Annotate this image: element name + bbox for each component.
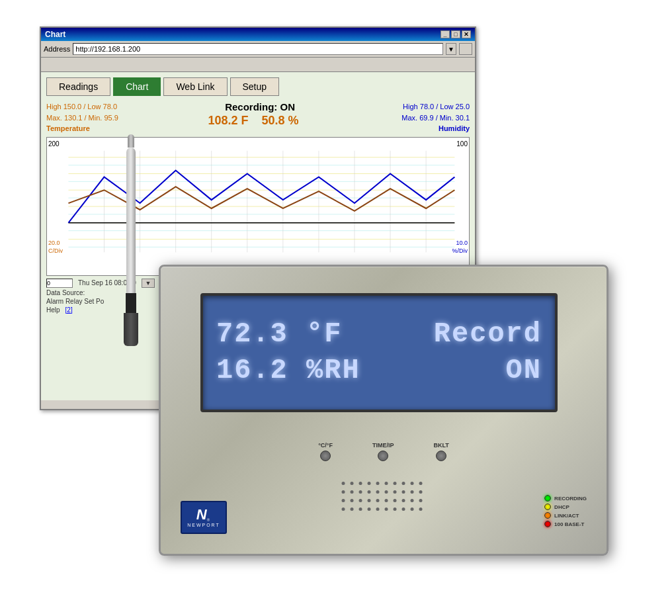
maximize-button[interactable]: □ xyxy=(451,30,460,38)
scroll-input[interactable] xyxy=(46,279,73,288)
browser-title: Chart xyxy=(45,30,65,39)
y-label-left: 200 xyxy=(48,140,60,148)
led-row-recording: RECORDING xyxy=(544,495,587,502)
div-label-left: 20.0 C/Div xyxy=(48,240,63,255)
temp-high-low: High 150.0 / Low 78.0 xyxy=(46,101,118,112)
button-cf-label: °C/°F xyxy=(318,442,333,449)
antenna xyxy=(121,134,141,333)
chart-container: 200 100 20.0 C/Div 10.0 %/Div xyxy=(46,137,470,276)
newport-logo: N ® NEWPORT xyxy=(181,501,227,534)
hardware-device: 72.3 °F Record 16.2 %RH ON °C/°F TIME/IP… xyxy=(159,265,609,556)
reading-values: 108.2 F 50.8 % xyxy=(208,114,312,128)
lcd-row-1: 72.3 °F Record xyxy=(216,316,542,353)
led-linkact xyxy=(544,512,551,519)
led-100base-label: 100 BASE-T xyxy=(554,521,584,527)
tab-setup[interactable]: Setup xyxy=(230,77,280,96)
lcd-row-2: 16.2 %RH ON xyxy=(216,353,542,389)
led-dhcp-label: DHCP xyxy=(554,504,569,510)
lcd-on: ON xyxy=(506,353,542,389)
tab-weblink[interactable]: Web Link xyxy=(163,77,227,96)
tab-readings[interactable]: Readings xyxy=(46,77,110,96)
tab-bar: Readings Chart Web Link Setup xyxy=(46,77,470,96)
humidity-reading: 50.8 % xyxy=(262,114,299,128)
humidity-high-low: High 78.0 / Low 25.0 xyxy=(401,101,470,112)
button-group-cf: °C/°F xyxy=(318,442,333,461)
recording-status: Recording: ON xyxy=(208,101,312,112)
led-row-100base: 100 BASE-T xyxy=(544,521,587,527)
led-row-linkact: LINK/ACT xyxy=(544,512,587,519)
address-go-button[interactable]: ▼ xyxy=(446,43,456,55)
chart-svg xyxy=(47,138,469,275)
led-dhcp xyxy=(544,504,551,510)
address-label: Address xyxy=(44,45,70,53)
antenna-tip xyxy=(128,134,134,148)
antenna-connector xyxy=(126,293,136,313)
led-100base xyxy=(544,521,551,527)
temp-info: High 150.0 / Low 78.0 Max. 130.1 / Min. … xyxy=(46,101,118,134)
data-source-label: Data Source: xyxy=(46,289,85,296)
help-text: Help xyxy=(46,306,60,314)
button-bklt-label: BKLT xyxy=(433,442,448,449)
antenna-body xyxy=(126,148,136,293)
led-row-dhcp: DHCP xyxy=(544,504,587,510)
lcd-record: Record xyxy=(434,316,542,353)
address-extra xyxy=(459,43,472,55)
led-linkact-label: LINK/ACT xyxy=(554,513,579,519)
led-recording-label: RECORDING xyxy=(554,496,587,502)
button-timeip[interactable] xyxy=(378,451,388,461)
button-cf[interactable] xyxy=(320,451,331,461)
help-link[interactable]: [2] xyxy=(65,306,73,314)
newport-reg: ® xyxy=(207,518,210,522)
button-group-timeip: TIME/IP xyxy=(372,442,394,461)
recording-area: Recording: ON 108.2 F 50.8 % xyxy=(208,101,312,128)
tab-chart[interactable]: Chart xyxy=(113,77,161,96)
div-label-right: 10.0 %/Div xyxy=(452,240,468,255)
device-buttons: °C/°F TIME/IP BKLT xyxy=(161,442,607,461)
lcd-humidity: 16.2 %RH xyxy=(216,353,360,389)
browser-toolbar xyxy=(41,58,475,72)
browser-title-controls: _ □ ✕ xyxy=(441,30,471,38)
humidity-label: Humidity xyxy=(401,123,470,134)
button-group-bklt: BKLT xyxy=(433,442,448,461)
browser-title-bar: Chart _ □ ✕ xyxy=(41,28,475,41)
status-leds: RECORDING DHCP LINK/ACT 100 BASE-T xyxy=(544,495,587,527)
browser-address-bar: Address ▼ xyxy=(41,41,475,58)
minimize-button[interactable]: _ xyxy=(441,30,450,38)
antenna-base xyxy=(124,313,138,346)
humidity-info: High 78.0 / Low 25.0 Max. 69.9 / Min. 30… xyxy=(401,101,470,134)
address-input[interactable] xyxy=(73,43,443,55)
close-button[interactable]: ✕ xyxy=(462,30,471,38)
speaker-grille xyxy=(342,482,426,514)
chart-header: High 150.0 / Low 78.0 Max. 130.1 / Min. … xyxy=(46,101,470,134)
button-bklt[interactable] xyxy=(436,451,446,461)
scroll-button[interactable]: ▼ xyxy=(142,279,155,288)
temp-reading: 108.2 F xyxy=(208,114,249,128)
temp-max-min: Max. 130.1 / Min. 95.9 xyxy=(46,112,118,124)
button-timeip-label: TIME/IP xyxy=(372,442,394,449)
led-recording xyxy=(544,495,551,502)
newport-n-letter: N xyxy=(196,507,207,522)
lcd-temp: 72.3 °F xyxy=(216,316,342,353)
newport-name: NEWPORT xyxy=(187,523,220,527)
y-label-right: 100 xyxy=(456,140,468,148)
lcd-display: 72.3 °F Record 16.2 %RH ON xyxy=(200,293,558,412)
humidity-max-min: Max. 69.9 / Min. 30.1 xyxy=(401,112,470,124)
alarm-label: Alarm Relay Set Po xyxy=(46,298,104,305)
temp-label: Temperature xyxy=(46,123,118,134)
